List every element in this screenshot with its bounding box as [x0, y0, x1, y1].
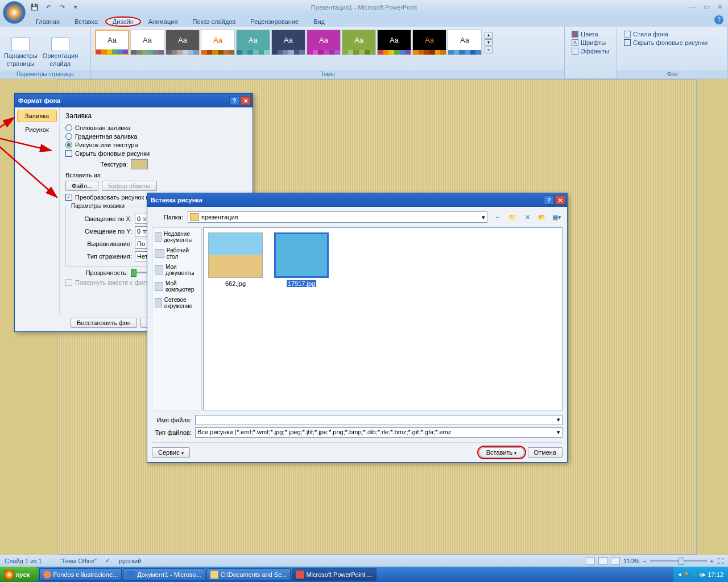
tray-icon[interactable]: ✓ — [692, 571, 697, 578]
theme-thumb[interactable]: Aa — [201, 30, 235, 55]
theme-thumb[interactable]: Aa — [377, 30, 411, 55]
clock[interactable]: 17:12 — [708, 571, 723, 578]
service-button[interactable]: Сервис — [152, 447, 190, 458]
zoom-level[interactable]: 110% — [623, 558, 639, 564]
place-documents[interactable]: Мои документы — [154, 262, 200, 278]
help-icon[interactable]: ? — [229, 96, 239, 105]
maximize-icon[interactable]: ▭ — [700, 2, 713, 12]
insert-button[interactable]: Вставить — [479, 447, 524, 458]
close-icon[interactable]: ✕ — [714, 2, 726, 12]
app-titlebar: 💾 ↶ ↷ ▾ Презентация1 - Microsoft PowerPo… — [0, 0, 728, 14]
theme-thumb[interactable]: Aa — [236, 30, 270, 55]
slide-orientation-button[interactable]: Ориентация слайда — [42, 28, 79, 77]
tab-home[interactable]: Главная — [28, 16, 67, 27]
help-icon[interactable]: ? — [714, 15, 723, 24]
theme-thumb[interactable]: Aa — [130, 30, 164, 55]
tray-icon[interactable]: ⚑ — [684, 571, 689, 578]
normal-view-icon[interactable] — [586, 557, 595, 565]
theme-indicator: "Тема Office" — [60, 558, 97, 564]
theme-thumb[interactable]: Aa — [271, 30, 305, 55]
ribbon: Параметры страницы Ориентация слайда Пар… — [0, 27, 728, 79]
hide-bg-checkbox[interactable]: Скрыть фоновые рисунки — [622, 39, 723, 47]
place-recent[interactable]: Недавние документы — [154, 229, 200, 245]
radio-picture-texture[interactable]: Рисунок или текстура — [65, 142, 247, 148]
tray-icon[interactable]: 🕪 — [699, 571, 705, 578]
clipboard-button: Буфер обмена — [102, 181, 157, 191]
theme-thumb[interactable]: Aa — [307, 30, 341, 55]
redo-icon[interactable]: ↷ — [56, 1, 68, 14]
newfolder-icon[interactable]: 📂 — [536, 212, 548, 222]
filename-input[interactable]: ▾ — [195, 415, 562, 425]
place-desktop[interactable]: Рабочий стол — [154, 246, 200, 261]
gallery-down-icon[interactable]: ▾ — [485, 39, 493, 46]
language-indicator[interactable]: русский — [119, 558, 141, 564]
gallery-more-icon[interactable]: ▿ — [485, 47, 493, 53]
zoom-slider[interactable] — [650, 560, 707, 562]
place-network[interactable]: Сетевое окружение — [154, 295, 200, 311]
filetype-select[interactable]: Все рисунки (*.emf;*.wmf;*.jpg;*.jpeg;*.… — [195, 427, 562, 438]
window-title: Презентация1 - Microsoft PowerPoint — [311, 4, 417, 11]
save-icon[interactable]: 💾 — [28, 1, 41, 14]
group-page-label: Параметры страницы — [0, 70, 90, 78]
cancel-button[interactable]: Отмена — [528, 447, 562, 458]
place-computer[interactable]: Мой компьютер — [154, 278, 200, 294]
close-icon[interactable]: ✕ — [555, 196, 565, 205]
tab-insert[interactable]: Вставка — [67, 16, 105, 27]
zoom-out-icon[interactable]: − — [643, 558, 646, 564]
tab-review[interactable]: Рецензирование — [243, 16, 306, 27]
delete-icon[interactable]: ✕ — [522, 212, 533, 222]
taskbar-item[interactable]: C:\Documents and Se... — [206, 568, 291, 581]
minimize-icon[interactable]: — — [686, 2, 699, 12]
theme-thumb[interactable]: Aa — [412, 30, 446, 55]
office-button[interactable] — [3, 1, 26, 24]
theme-thumb[interactable]: Aa — [448, 30, 482, 55]
side-tab-picture[interactable]: Рисунок — [17, 123, 57, 136]
theme-thumb[interactable]: Aa — [95, 30, 129, 55]
bg-styles-button[interactable]: Стили фона — [622, 30, 723, 38]
effects-button[interactable]: Эффекты — [569, 47, 612, 55]
texture-picker[interactable] — [131, 159, 148, 169]
qat-dropdown-icon[interactable]: ▾ — [69, 1, 82, 14]
tab-slideshow[interactable]: Показ слайдов — [185, 16, 243, 27]
slideshow-view-icon[interactable] — [611, 557, 620, 565]
file-button[interactable]: Файл... — [65, 181, 98, 191]
undo-icon[interactable]: ↶ — [42, 1, 55, 14]
tray-icon[interactable]: ◂ — [678, 571, 681, 578]
tab-animation[interactable]: Анимация — [141, 16, 185, 27]
taskbar-item[interactable]: Fondos e ilustracione... — [39, 568, 122, 581]
back-icon[interactable]: ← — [492, 212, 503, 222]
taskbar-item[interactable]: Microsoft PowerPoint ... — [292, 568, 376, 581]
colors-button[interactable]: Цвета — [569, 30, 612, 38]
dialog-titlebar[interactable]: Формат фона ?✕ — [15, 94, 253, 107]
radio-gradient[interactable]: Градиентная заливка — [65, 133, 247, 140]
system-tray[interactable]: ◂ ⚑ ✓ 🕪 17:12 — [673, 567, 728, 582]
dialog-titlebar[interactable]: Вставка рисунка ?✕ — [147, 193, 567, 207]
group-themes-label: Темы — [91, 70, 564, 78]
restore-button[interactable]: Восстановить фон — [71, 318, 137, 328]
theme-thumb[interactable]: Aa — [342, 30, 376, 55]
page-setup-button[interactable]: Параметры страницы — [3, 28, 39, 77]
up-icon[interactable]: 📁 — [507, 212, 518, 222]
tab-design[interactable]: Дизайн — [105, 16, 141, 27]
close-icon[interactable]: ✕ — [241, 96, 251, 105]
help-icon[interactable]: ? — [544, 196, 554, 205]
themes-gallery[interactable]: Aa Aa Aa Aa Aa Aa Aa Aa Aa Aa Aa ▴ ▾ ▿ — [94, 28, 561, 56]
folder-dropdown[interactable]: презентация▾ — [188, 211, 487, 223]
zoom-in-icon[interactable]: + — [710, 558, 714, 564]
file-list[interactable]: 662.jpg 17917.jpg — [203, 227, 562, 410]
fonts-button[interactable]: AШрифты — [569, 39, 612, 47]
fit-icon[interactable]: ⛶ — [717, 558, 723, 564]
sorter-view-icon[interactable] — [598, 557, 607, 565]
radio-solid[interactable]: Сплошная заливка — [65, 124, 247, 131]
theme-thumb[interactable]: Aa — [166, 30, 200, 55]
taskbar-item[interactable]: Документ1 - Microso... — [123, 568, 205, 581]
spellcheck-icon[interactable]: ✓ — [105, 557, 110, 564]
file-thumb[interactable]: 17917.jpg — [274, 232, 329, 287]
start-button[interactable]: пуск — [0, 567, 39, 582]
file-thumb[interactable]: 662.jpg — [208, 232, 263, 287]
gallery-up-icon[interactable]: ▴ — [485, 32, 493, 39]
chk-hide-bg[interactable]: Скрыть фоновые рисунки — [65, 150, 247, 157]
views-icon[interactable]: ▦▾ — [551, 212, 562, 222]
side-tab-fill[interactable]: Заливка — [17, 110, 57, 122]
tab-view[interactable]: Вид — [306, 16, 332, 27]
